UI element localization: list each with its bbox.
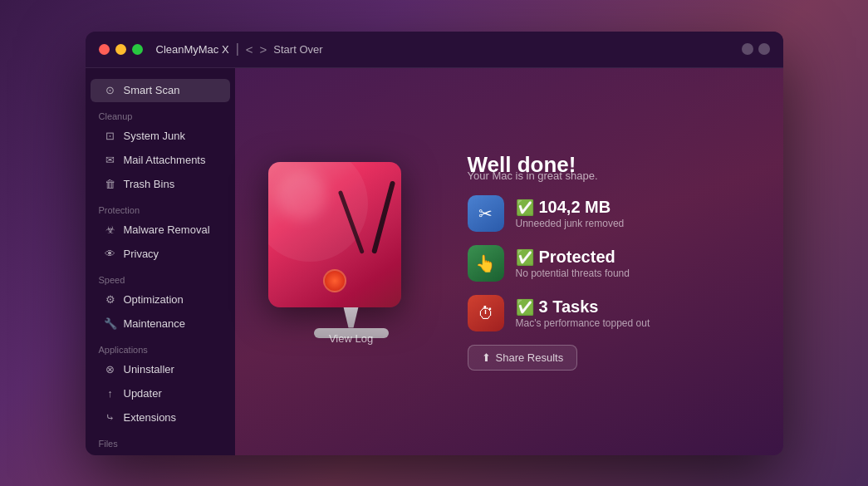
sidebar: ⊙ Smart Scan Cleanup ⊡ System Junk ✉ Mai… [86, 68, 235, 455]
protected-icon: 👆 [475, 253, 496, 273]
titlebar-dot-2[interactable] [758, 43, 770, 55]
sidebar-system-junk-label: System Junk [124, 130, 185, 142]
sidebar-section-applications: Applications [86, 336, 235, 357]
traffic-lights [99, 44, 143, 55]
title-bar-center: CleanMyMac X | < > Start Over [156, 42, 323, 56]
maintenance-icon: 🔧 [104, 317, 117, 331]
mac-badge [323, 269, 346, 292]
sidebar-section-speed: Speed [86, 267, 235, 287]
junk-sub-text: Unneeded junk removed [516, 218, 625, 229]
share-results-button[interactable]: ⬆ Share Results [468, 345, 578, 371]
sidebar-mail-attachments-label: Mail Attachments [124, 154, 206, 166]
share-label: Share Results [496, 351, 564, 364]
protected-value: Protected [539, 248, 615, 267]
share-icon: ⬆ [482, 351, 491, 364]
view-log-button[interactable]: View Log [329, 332, 373, 345]
malware-removal-icon: ☣ [104, 223, 117, 237]
junk-check-icon: ✅ [516, 199, 534, 217]
sidebar-item-system-junk[interactable]: ⊡ System Junk [91, 125, 230, 148]
sidebar-section-protection: Protection [86, 197, 235, 218]
main-content: ⊙ Smart Scan Cleanup ⊡ System Junk ✉ Mai… [86, 68, 783, 455]
result-item-protected: 👆 ✅ Protected No potential threats found [468, 245, 750, 282]
sidebar-maintenance-label: Maintenance [124, 317, 185, 330]
mail-attachments-icon: ✉ [104, 154, 117, 167]
protected-check-icon: ✅ [516, 248, 534, 267]
title-bar: CleanMyMac X | < > Start Over [86, 32, 783, 68]
mac-stand-neck [339, 307, 364, 328]
tasks-value: 3 Tasks [539, 297, 599, 317]
protected-sub-text: No potential threats found [516, 268, 630, 279]
tasks-sub-text: Mac's performance topped out [516, 317, 650, 329]
sidebar-updater-label: Updater [124, 387, 162, 400]
result-item-tasks: ⏱ ✅ 3 Tasks Mac's performance topped out [468, 295, 750, 331]
content-area: View Log Well done! Your Mac is in great… [235, 68, 783, 455]
nav-forward-button[interactable]: > [260, 42, 267, 56]
protected-text-wrap: ✅ Protected No potential threats found [516, 248, 630, 279]
system-junk-icon: ⊡ [104, 130, 117, 143]
nav-back-button[interactable]: < [246, 42, 253, 56]
tasks-icon-wrap: ⏱ [468, 295, 504, 331]
title-bar-right [742, 43, 770, 55]
sidebar-item-trash-bins[interactable]: 🗑 Trash Bins [91, 173, 230, 196]
sidebar-item-mail-attachments[interactable]: ✉ Mail Attachments [91, 149, 230, 172]
result-panel: Well done! Your Mac is in great shape. ✂… [434, 152, 750, 371]
junk-icon: ✂ [478, 204, 493, 223]
sidebar-optimization-label: Optimization [124, 293, 184, 306]
sidebar-item-malware-removal[interactable]: ☣ Malware Removal [91, 218, 230, 242]
sidebar-section-cleanup: Cleanup [86, 103, 235, 124]
sidebar-trash-bins-label: Trash Bins [124, 178, 175, 190]
updater-icon: ↑ [104, 387, 117, 400]
sidebar-item-smart-scan[interactable]: ⊙ Smart Scan [91, 79, 230, 102]
optimization-icon: ⚙ [104, 293, 117, 307]
tasks-main-text: ✅ 3 Tasks [516, 297, 650, 317]
start-over-link[interactable]: Start Over [273, 43, 322, 56]
sidebar-extensions-label: Extensions [124, 411, 177, 424]
mac-screen [268, 162, 401, 307]
nav-separator: | [236, 42, 239, 56]
sidebar-item-maintenance[interactable]: 🔧 Maintenance [91, 312, 230, 336]
sidebar-uninstaller-label: Uninstaller [124, 363, 174, 376]
protected-icon-wrap: 👆 [468, 245, 504, 282]
minimize-button[interactable] [115, 44, 126, 55]
close-button[interactable] [99, 44, 110, 55]
screen-shine [277, 170, 326, 220]
junk-value: 104,2 MB [539, 198, 611, 217]
app-title: CleanMyMac X [156, 43, 229, 56]
sidebar-item-space-lens[interactable]: ◎ Space Lens [91, 452, 230, 455]
tasks-check-icon: ✅ [516, 298, 534, 317]
uninstaller-icon: ⊗ [104, 363, 117, 376]
titlebar-dot-1[interactable] [742, 43, 753, 55]
scissors-hand-2 [337, 189, 364, 253]
well-done-subtitle: Your Mac is in great shape. [468, 169, 750, 182]
junk-text-wrap: ✅ 104,2 MB Unneeded junk removed [516, 198, 625, 229]
sidebar-section-files: Files [86, 430, 235, 451]
sidebar-malware-removal-label: Malware Removal [124, 223, 210, 236]
extensions-icon: ⤷ [104, 411, 117, 425]
tasks-text-wrap: ✅ 3 Tasks Mac's performance topped out [516, 297, 650, 329]
protected-main-text: ✅ Protected [516, 248, 630, 267]
sidebar-item-updater[interactable]: ↑ Updater [91, 382, 230, 405]
privacy-icon: 👁 [104, 248, 117, 261]
junk-main-text: ✅ 104,2 MB [516, 198, 625, 217]
result-item-junk: ✂ ✅ 104,2 MB Unneeded junk removed [468, 195, 750, 232]
sidebar-smart-scan-label: Smart Scan [124, 84, 180, 96]
maximize-button[interactable] [132, 44, 143, 55]
scissors-hand-1 [371, 180, 395, 253]
trash-bins-icon: 🗑 [104, 178, 117, 191]
junk-icon-wrap: ✂ [468, 195, 504, 232]
sidebar-item-optimization[interactable]: ⚙ Optimization [91, 288, 230, 312]
tasks-icon: ⏱ [478, 304, 494, 323]
smart-scan-icon: ⊙ [104, 84, 117, 97]
sidebar-privacy-label: Privacy [124, 248, 159, 260]
mac-illustration [268, 162, 434, 361]
app-window: CleanMyMac X | < > Start Over ⊙ Smart Sc… [86, 32, 783, 455]
sidebar-item-extensions[interactable]: ⤷ Extensions [91, 406, 230, 430]
sidebar-item-uninstaller[interactable]: ⊗ Uninstaller [91, 358, 230, 381]
sidebar-item-privacy[interactable]: 👁 Privacy [91, 243, 230, 266]
